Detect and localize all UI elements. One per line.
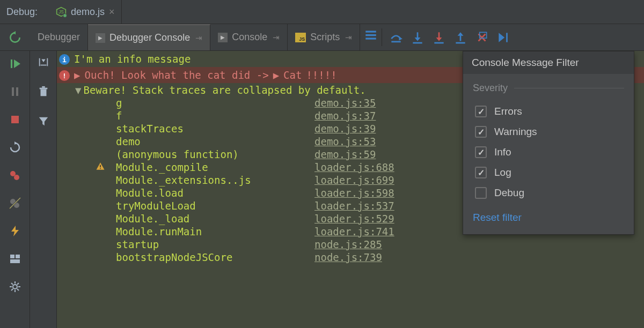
tab-debugger[interactable]: Debugger <box>30 24 88 50</box>
svg-rect-36 <box>16 255 20 258</box>
filter-icon[interactable] <box>38 115 49 130</box>
warning-icon <box>96 226 116 237</box>
clear-icon[interactable] <box>38 86 49 100</box>
warning-icon <box>96 200 116 212</box>
lightning-icon[interactable] <box>5 221 25 241</box>
view-breakpoints-icon[interactable] <box>5 166 25 185</box>
step-into-icon[interactable] <box>407 27 428 48</box>
layout-config-icon[interactable] <box>5 249 25 269</box>
checkbox-errors[interactable] <box>475 106 487 117</box>
svg-rect-37 <box>10 259 20 263</box>
filter-warnings-row[interactable]: Warnings <box>473 122 624 142</box>
step-out-icon[interactable] <box>450 27 471 48</box>
chevron-down-icon[interactable]: ▼ <box>75 84 81 96</box>
stack-frame-link[interactable]: node.js:285 <box>314 238 644 250</box>
checkbox-info[interactable] <box>475 146 487 158</box>
stop-icon[interactable] <box>5 110 25 129</box>
svg-marker-20 <box>499 33 505 42</box>
svg-rect-35 <box>10 255 14 258</box>
stack-frame-function: demo <box>116 136 314 147</box>
svg-rect-22 <box>11 59 12 68</box>
warning-icon <box>96 251 116 263</box>
svg-rect-52 <box>39 88 47 90</box>
svg-rect-10 <box>413 42 422 43</box>
warning-icon <box>96 213 116 225</box>
debug-toolbar: Debugger Debugger Console ⇥ Console ⇥ JS… <box>0 24 644 51</box>
run-to-cursor-icon[interactable] <box>493 27 514 48</box>
stack-frame-function: startup <box>116 238 314 250</box>
svg-rect-13 <box>435 42 444 43</box>
info-message: I'm an info message <box>74 53 191 65</box>
rerun-icon[interactable] <box>4 27 26 48</box>
filter-section-label: Severity <box>473 83 624 94</box>
svg-rect-24 <box>12 87 14 96</box>
pin-icon[interactable]: ⇥ <box>195 33 202 43</box>
pause-icon[interactable] <box>5 82 25 101</box>
tab-console[interactable]: Console ⇥ <box>210 24 288 50</box>
file-tab[interactable]: JS demo.js × <box>49 0 122 24</box>
reset-filter-link[interactable]: Reset filter <box>473 212 624 223</box>
console-sidebar <box>30 51 57 328</box>
svg-line-45 <box>11 289 13 290</box>
svg-line-46 <box>17 283 19 285</box>
pin-icon[interactable]: ⇥ <box>345 33 352 42</box>
step-over-icon[interactable] <box>385 27 407 48</box>
svg-rect-5 <box>365 38 376 39</box>
drop-frame-icon[interactable] <box>471 27 493 48</box>
svg-rect-53 <box>42 86 45 88</box>
restart-icon[interactable] <box>5 138 25 157</box>
tab-scripts[interactable]: JS Scripts ⇥ <box>288 24 360 50</box>
checkbox-debug[interactable] <box>475 187 487 199</box>
filter-errors-row[interactable]: Errors <box>473 101 624 122</box>
resume-icon[interactable] <box>5 54 25 73</box>
svg-line-43 <box>11 283 13 285</box>
error-badge-icon: ! <box>59 70 70 81</box>
svg-marker-27 <box>14 141 17 145</box>
stack-frame-function: bootstrapNodeJSCore <box>116 251 314 263</box>
debug-label: Debug: <box>6 6 38 18</box>
svg-marker-12 <box>436 38 442 41</box>
nodejs-icon: JS <box>56 6 67 17</box>
stack-frame-link[interactable]: node.js:739 <box>314 251 644 263</box>
scroll-to-end-icon[interactable] <box>38 56 49 71</box>
warning-icon <box>96 97 116 109</box>
stack-frame-function: Module.runMain <box>116 226 314 237</box>
svg-marker-9 <box>415 38 421 41</box>
error-message-prefix: Ouch! Look what the cat did -> <box>84 69 268 81</box>
svg-marker-23 <box>14 59 20 68</box>
svg-rect-25 <box>16 87 18 96</box>
checkbox-log[interactable] <box>475 167 487 178</box>
stack-frame-function: Module._compile <box>116 161 314 173</box>
svg-point-38 <box>13 285 17 289</box>
warning-icon <box>96 161 116 173</box>
svg-rect-51 <box>40 89 46 96</box>
mute-breakpoints-icon[interactable] <box>5 193 25 213</box>
force-step-into-icon[interactable] <box>428 27 450 48</box>
warning-icon <box>96 136 116 147</box>
settings-icon[interactable] <box>5 277 25 296</box>
filter-popup-title: Console Message Filter <box>463 51 634 74</box>
stack-frame-function: g <box>116 97 314 109</box>
warning-icon <box>96 174 116 186</box>
svg-rect-57 <box>100 168 101 169</box>
info-badge-icon: i <box>59 54 70 65</box>
stack-frame-function: Module.load <box>116 187 314 199</box>
console-filter-popup: Console Message Filter Severity Errors W… <box>463 51 634 235</box>
checkbox-warnings[interactable] <box>475 126 487 138</box>
tab-debugger-console[interactable]: Debugger Console ⇥ <box>88 24 210 50</box>
expand-icon[interactable]: ▶ <box>74 69 80 81</box>
layout-icon[interactable] <box>360 24 382 46</box>
svg-marker-6 <box>399 36 403 40</box>
terminal-icon <box>96 33 105 43</box>
filter-log-row[interactable]: Log <box>473 162 624 183</box>
js-icon: JS <box>295 33 306 42</box>
expand-icon[interactable]: ▶ <box>273 69 279 81</box>
pin-icon[interactable]: ⇥ <box>273 33 280 42</box>
svg-marker-2 <box>13 31 16 35</box>
svg-point-29 <box>14 175 19 180</box>
close-icon[interactable]: × <box>109 6 115 18</box>
filter-info-row[interactable]: Info <box>473 142 624 162</box>
svg-rect-16 <box>456 42 465 43</box>
svg-marker-49 <box>41 59 45 63</box>
filter-debug-row[interactable]: Debug <box>473 183 624 203</box>
